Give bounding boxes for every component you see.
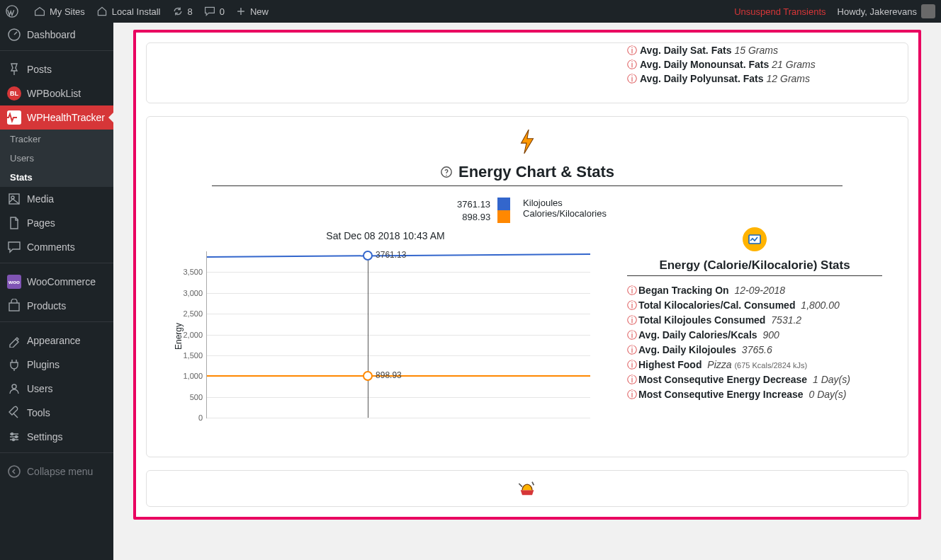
sites-icon bbox=[34, 6, 45, 17]
menu-media[interactable]: Media bbox=[0, 187, 113, 211]
update-icon bbox=[172, 6, 184, 17]
comments[interactable]: 0 bbox=[198, 0, 230, 23]
energy-stats-title: Energy (Calorie/Kilocalorie) Stats bbox=[627, 258, 882, 273]
menu-wphealthtracker-label: WPHealthTracker bbox=[27, 112, 105, 123]
avatar bbox=[921, 4, 935, 18]
wphealthtracker-icon bbox=[7, 110, 21, 125]
chart-ylabel: Energy bbox=[174, 323, 184, 350]
ytick: 0 bbox=[198, 413, 203, 422]
my-account[interactable]: Howdy, Jakerevans bbox=[832, 0, 941, 23]
home-icon bbox=[96, 6, 108, 17]
ytick: 2,000 bbox=[183, 331, 203, 339]
energy-stat-line: ⓘMost Consequtive Energy Increase 0 Day(… bbox=[627, 389, 882, 401]
menu-comments[interactable]: Comments bbox=[0, 235, 113, 259]
submenu-stats[interactable]: Stats bbox=[0, 168, 113, 187]
energy-stat-line: ⓘBegan Tracking On 12-09-2018 bbox=[627, 285, 882, 297]
collapse-label: Collapse menu bbox=[27, 466, 93, 477]
marker-kj bbox=[363, 251, 373, 261]
submenu-tracker[interactable]: Tracker bbox=[0, 130, 113, 149]
wpbooklist-icon: BL bbox=[7, 86, 21, 101]
help-icon[interactable]: ⓘ bbox=[627, 59, 637, 70]
energy-stat-line: ⓘTotal Kilojoules Consumed 7531.2 bbox=[627, 314, 882, 327]
marker-kc-label: 898.93 bbox=[376, 370, 402, 380]
menu-appearance[interactable]: Appearance bbox=[0, 328, 113, 353]
media-icon bbox=[7, 192, 21, 206]
help-icon[interactable]: ⓘ bbox=[627, 344, 637, 355]
help-icon[interactable]: ⓘ bbox=[627, 389, 637, 400]
menu-wpbooklist[interactable]: BL WPBookList bbox=[0, 81, 113, 105]
chart-plot[interactable]: 05001,0001,5002,0002,5003,0003,500 3761.… bbox=[206, 251, 590, 418]
comment-icon bbox=[204, 6, 215, 17]
marker-kj-label: 3761.13 bbox=[376, 250, 406, 260]
menu-posts-label: Posts bbox=[27, 64, 52, 75]
admin-bar: My Sites Local Install 8 0 New Unsuspend… bbox=[0, 0, 941, 23]
legend-kj-swatch bbox=[497, 198, 510, 210]
chart-legend: 3761.13 898.93 Kilojoules Calories/Kiloc… bbox=[172, 198, 882, 223]
site-name[interactable]: Local Install bbox=[91, 0, 167, 23]
svg-point-9 bbox=[9, 466, 20, 477]
menu-wphealthtracker[interactable]: WPHealthTracker bbox=[0, 105, 113, 130]
help-icon[interactable]: ⓘ bbox=[627, 374, 637, 385]
content-area: ⓘAvg. Daily Sat. Fats15 GramsⓘAvg. Daily… bbox=[113, 0, 941, 560]
fat-stat-line: ⓘAvg. Daily Monounsat. Fats21 Grams bbox=[627, 59, 882, 72]
new-label: New bbox=[250, 6, 269, 17]
help-icon[interactable]: ⓘ bbox=[627, 299, 637, 311]
menu-pages-label: Pages bbox=[27, 217, 55, 229]
appearance-icon bbox=[7, 333, 21, 348]
menu-products-label: Products bbox=[27, 300, 66, 312]
fats-card: ⓘAvg. Daily Sat. Fats15 GramsⓘAvg. Daily… bbox=[146, 42, 908, 103]
help-icon[interactable]: ⓘ bbox=[627, 285, 637, 296]
help-icon[interactable]: ⓘ bbox=[627, 45, 637, 56]
next-card bbox=[146, 470, 908, 507]
help-icon[interactable] bbox=[440, 166, 453, 178]
menu-woocommerce[interactable]: woo WooCommerce bbox=[0, 270, 113, 294]
energy-stat-line: ⓘAvg. Daily Kilojoules 3765.6 bbox=[627, 344, 882, 357]
users-icon bbox=[7, 382, 21, 396]
legend-kc-value: 898.93 bbox=[448, 212, 490, 222]
menu-posts[interactable]: Posts bbox=[0, 57, 113, 81]
fat-stat-line: ⓘAvg. Daily Polyunsat. Fats12 Grams bbox=[627, 73, 882, 86]
legend-kc[interactable]: 898.93 bbox=[448, 210, 510, 223]
ytick: 500 bbox=[190, 393, 203, 401]
svg-point-11 bbox=[446, 175, 446, 176]
plus-icon bbox=[236, 6, 246, 16]
energy-stat-line: ⓘTotal Kilocalories/Cal. Consumed 1,800.… bbox=[627, 299, 882, 312]
updates[interactable]: 8 bbox=[167, 0, 198, 23]
help-icon[interactable]: ⓘ bbox=[627, 73, 637, 84]
unsuspend-transients[interactable]: Unsuspend Transients bbox=[728, 0, 831, 23]
admin-sidebar: Dashboard Posts BL WPBookList WPHealthTr… bbox=[0, 23, 113, 560]
menu-comments-label: Comments bbox=[27, 241, 75, 253]
menu-users[interactable]: Users bbox=[0, 377, 113, 401]
pin-icon bbox=[7, 62, 21, 76]
help-icon[interactable]: ⓘ bbox=[627, 359, 637, 370]
menu-users-label: Users bbox=[27, 383, 53, 394]
help-icon[interactable]: ⓘ bbox=[627, 329, 637, 341]
menu-plugins[interactable]: Plugins bbox=[0, 353, 113, 377]
chart-cursor bbox=[368, 251, 368, 418]
menu-pages[interactable]: Pages bbox=[0, 211, 113, 235]
energy-card: Energy Chart & Stats 3761.13 898.93 bbox=[146, 116, 908, 457]
comments-icon bbox=[7, 240, 21, 254]
submenu-users[interactable]: Users bbox=[0, 149, 113, 168]
menu-tools[interactable]: Tools bbox=[0, 401, 113, 425]
help-icon[interactable]: ⓘ bbox=[627, 314, 637, 326]
lightning-icon bbox=[518, 130, 536, 154]
my-sites[interactable]: My Sites bbox=[28, 0, 91, 23]
menu-products[interactable]: Products bbox=[0, 294, 113, 318]
menu-settings[interactable]: Settings bbox=[0, 425, 113, 449]
wp-logo[interactable] bbox=[0, 0, 28, 23]
new-content[interactable]: New bbox=[230, 0, 274, 23]
fat-stat-line: ⓘAvg. Daily Sat. Fats15 Grams bbox=[627, 45, 882, 57]
energy-stat-line: ⓘMost Consequtive Energy Decrease 1 Day(… bbox=[627, 374, 882, 387]
menu-dashboard[interactable]: Dashboard bbox=[0, 23, 113, 47]
svg-point-5 bbox=[12, 384, 16, 389]
collapse-menu[interactable]: Collapse menu bbox=[0, 459, 113, 484]
legend-kc-swatch bbox=[497, 210, 510, 223]
legend-kj[interactable]: 3761.13 bbox=[448, 198, 510, 210]
legend-kj-label: Kilojoules bbox=[523, 198, 563, 208]
plugins-icon bbox=[7, 358, 21, 372]
svg-point-8 bbox=[13, 439, 15, 441]
menu-dashboard-label: Dashboard bbox=[27, 29, 76, 40]
site-name-label: Local Install bbox=[112, 6, 161, 17]
collapse-icon bbox=[7, 464, 21, 479]
